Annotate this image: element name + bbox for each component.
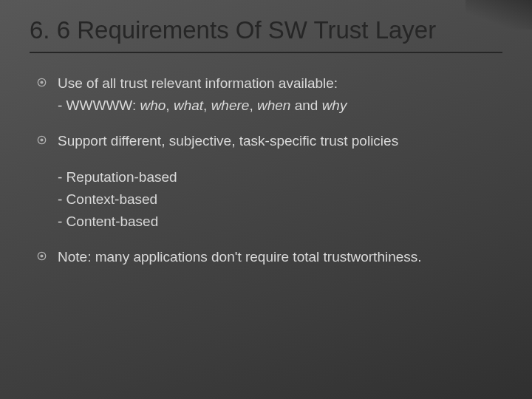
title-underline	[30, 52, 502, 53]
bullet-subline: - Context-based	[37, 190, 495, 209]
sub-when: when	[257, 98, 290, 113]
slide-body: Use of all trust relevant information av…	[37, 74, 495, 284]
sub-c3: ,	[249, 98, 257, 113]
bullet-subline: - Content-based	[37, 212, 495, 231]
sub-c1: ,	[166, 98, 174, 113]
sub-where: where	[211, 98, 250, 113]
svg-point-5	[40, 255, 43, 258]
sub-why: why	[322, 98, 347, 113]
bullet-item: Use of all trust relevant information av…	[37, 74, 495, 93]
bullet-text: Note: many applications don't require to…	[58, 248, 495, 267]
bullet-item: Support different, subjective, task-spec…	[37, 132, 495, 151]
sub-c2: ,	[203, 98, 211, 113]
bullet-text: Support different, subjective, task-spec…	[58, 132, 495, 151]
sub-prefix: - WWWWW:	[58, 98, 140, 113]
bullet-icon	[37, 74, 58, 87]
bullet-icon	[37, 132, 58, 145]
bullet-icon	[37, 248, 58, 261]
bullet-item: Note: many applications don't require to…	[37, 248, 495, 267]
sub-who: who	[140, 98, 166, 113]
slide-title: 6. 6 Requirements Of SW Trust Layer	[30, 16, 502, 44]
svg-point-1	[40, 81, 43, 83]
sub-and: and	[290, 98, 321, 113]
sub-what: what	[174, 98, 203, 113]
bullet-subline: - WWWWW: who, what, where, when and why	[37, 96, 495, 115]
bullet-text: Use of all trust relevant information av…	[58, 74, 495, 93]
slide: 6. 6 Requirements Of SW Trust Layer Use …	[0, 0, 532, 399]
bullet-subline: - Reputation-based	[37, 168, 495, 187]
svg-point-3	[40, 139, 43, 142]
